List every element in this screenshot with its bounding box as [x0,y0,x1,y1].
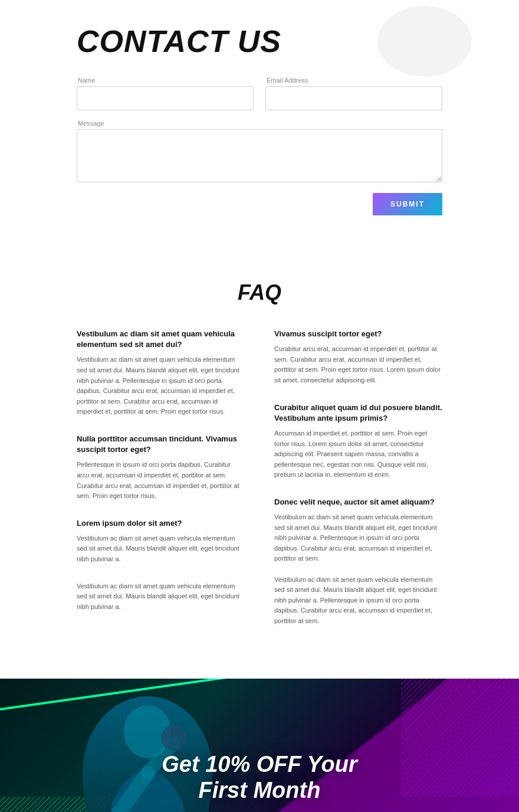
faq-item-left-3: Vestibulum ac diam sit amet quam vehicul… [77,581,245,613]
svg-point-3 [161,725,187,751]
promo-heading: Get 10% OFF Your First Month [159,752,360,803]
faq-item-left-2: Lorem ipsum dolor sit amet?Vestibulum ac… [77,518,245,565]
promo-heading-line2: First Month [199,778,321,803]
faq-item-right-0: Vivamus suscipit tortor eget?Curabitur a… [274,329,442,386]
faq-question: Vestibulum ac diam sit amet quam vehicul… [77,329,245,350]
faq-item-left-1: Nulla porttitor accumsan tincidunt. Viva… [77,434,245,502]
promo-heading-line1: Get 10% OFF Your [162,752,357,777]
message-label: Message [78,120,442,127]
email-label: Email Address [267,77,442,84]
email-input[interactable] [265,86,442,110]
faq-answer: Vestibulum ac diam sit amet quam vehicul… [77,533,245,565]
name-field-group: Name [77,77,254,110]
message-field-group: Message [77,120,442,182]
faq-title: FAQ [77,280,442,305]
faq-columns: Vestibulum ac diam sit amet quam vehicul… [77,329,442,643]
form-row-top: Name Email Address [77,77,442,110]
name-label: Name [78,77,254,84]
message-input[interactable] [77,129,442,182]
page-title: CONTACT US [77,24,442,59]
submit-button[interactable]: SUBMIT [373,193,442,215]
faq-answer: Curabitur arcu erat, accumsan id imperdi… [274,344,442,385]
contact-form: Name Email Address Message SUBMIT [77,77,442,215]
promo-lines-right [401,679,519,797]
faq-section: FAQ Vestibulum ac diam sit amet quam veh… [0,251,519,679]
faq-answer: Vestibulum ac diam sit amet quam vehicul… [77,355,245,417]
faq-question: Lorem ipsum dolor sit amet? [77,518,245,529]
faq-item-right-2: Donec velit neque, auctor sit amet aliqu… [274,497,442,627]
faq-item-right-1: Curabitur aliquet quam id dui posuere bl… [274,402,442,480]
name-input[interactable] [77,86,254,110]
faq-question: Curabitur aliquet quam id dui posuere bl… [274,402,442,424]
faq-col-right: Vivamus suscipit tortor eget?Curabitur a… [274,329,442,643]
faq-answer: Pellentesque in ipsum id orci porta dapi… [77,460,245,501]
form-submit-row: SUBMIT [77,193,442,215]
faq-answer: Accumsan id imperdiet et, porttitor at s… [274,428,442,480]
faq-item-left-0: Vestibulum ac diam sit amet quam vehicul… [77,329,245,417]
faq-question: Nulla porttitor accumsan tincidunt. Viva… [77,434,245,455]
faq-col-left: Vestibulum ac diam sit amet quam vehicul… [77,329,245,643]
email-field-group: Email Address [265,77,442,110]
faq-answer: Vestibulum ac diam sit amet quam vehicul… [274,512,442,627]
faq-answer: Vestibulum ac diam sit amet quam vehicul… [77,581,245,613]
contact-section: CONTACT US Name Email Address Message SU… [0,0,519,251]
form-row-message: Message [77,120,442,182]
faq-question: Vivamus suscipit tortor eget? [274,329,442,339]
promo-banner: Get 10% OFF Your First Month SUBSCRIBE [0,679,519,812]
promo-content: Get 10% OFF Your First Month SUBSCRIBE [159,752,360,812]
faq-question: Donec velit neque, auctor sit amet aliqu… [274,497,442,508]
